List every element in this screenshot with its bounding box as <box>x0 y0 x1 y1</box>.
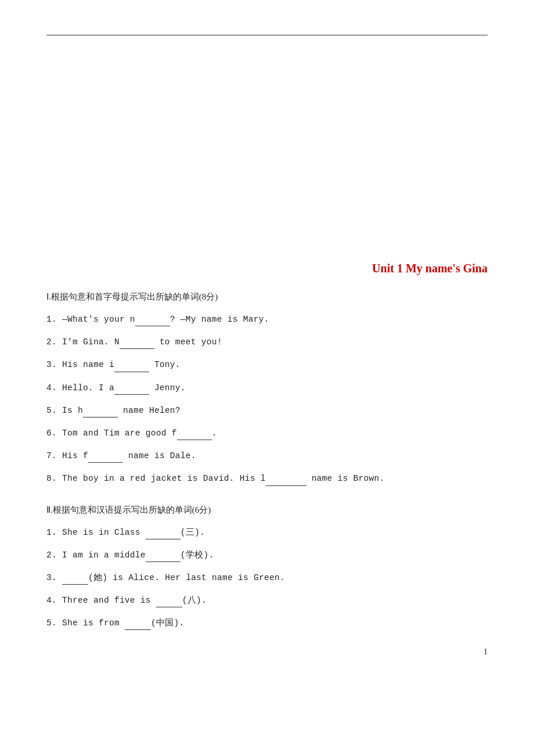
item-text-after: . <box>201 596 207 605</box>
item-hint: (她) <box>88 573 107 582</box>
item-text-before: 4. Three and five is <box>46 596 156 605</box>
item-text-after: Tony. <box>149 360 181 369</box>
section2-header: Ⅱ.根据句意和汉语提示写出所缺的单词(6分) <box>46 505 488 516</box>
item-text-after: . <box>179 618 184 628</box>
item-text-before: 5. Is h <box>46 406 83 415</box>
blank-2-1 <box>146 530 181 539</box>
blank-1-6 <box>177 431 212 440</box>
item-text-before: 1. —What's your n <box>46 315 135 324</box>
top-line <box>46 35 488 35</box>
blank-1-5 <box>83 408 118 417</box>
item-text-before: 3. <box>46 573 62 582</box>
blank-2-4 <box>156 598 182 607</box>
exercise-item-2-4: 4. Three and five is (八). <box>46 594 488 607</box>
item-text-before: 3. His name i <box>46 360 114 369</box>
exercise-item-1-5: 5. Is h name Helen? <box>46 404 488 417</box>
blank-2-5 <box>125 621 151 631</box>
item-text-before: 2. I am in a middle <box>46 550 146 560</box>
item-text-before: 4. Hello. I a <box>46 383 114 393</box>
blank-1-4 <box>114 386 149 395</box>
exercise-item-1-3: 3. His name i Tony. <box>46 358 488 372</box>
item-text-after: name Helen? <box>118 406 181 415</box>
item-text-after: . <box>200 528 205 537</box>
exercise-item-2-1: 1. She is in Class (三). <box>46 526 488 539</box>
blank-1-3 <box>114 363 149 372</box>
exercise-item-1-7: 7. His f name is Dale. <box>46 449 488 463</box>
exercise-item-1-1: 1. —What's your n? —My name is Mary. <box>46 313 488 326</box>
item-text-after: is Alice. Her last name is Green. <box>107 573 285 582</box>
blank-1-2 <box>120 340 154 349</box>
blank-2-3 <box>62 575 88 585</box>
blank-1-7 <box>88 453 123 463</box>
unit-title: Unit 1 My name's Gina <box>46 262 488 275</box>
item-hint: (学校) <box>181 550 209 560</box>
item-text-after: to meet you! <box>154 337 222 347</box>
item-text-after: . <box>208 550 214 560</box>
item-text-after: ? —My name is Mary. <box>170 315 269 324</box>
item-hint: (八) <box>182 596 201 605</box>
item-text-after: . <box>212 429 217 438</box>
exercise-item-1-6: 6. Tom and Tim are good f. <box>46 427 488 440</box>
exercise-item-2-2: 2. I am in a middle(学校). <box>46 549 488 562</box>
blank-1-1 <box>135 317 170 326</box>
item-text-before: 7. His f <box>46 451 88 460</box>
item-text-before: 1. She is in Class <box>46 528 146 537</box>
item-text-after: name is Dale. <box>123 451 196 460</box>
item-text-before: 2. I'm Gina. N <box>46 337 120 347</box>
item-hint: (三) <box>181 528 200 537</box>
item-text-after: Jenny. <box>149 383 186 393</box>
exercise-item-1-8: 8. The boy in a red jacket is David. His… <box>46 472 488 485</box>
exercise-item-1-2: 2. I'm Gina. N to meet you! <box>46 336 488 349</box>
top-label-area <box>46 53 488 146</box>
blank-2-2 <box>146 553 181 562</box>
item-text-after: name is Brown. <box>306 474 385 483</box>
item-text-before: 5. She is from <box>46 618 125 628</box>
item-text-before: 8. The boy in a red jacket is David. His… <box>46 474 266 483</box>
item-hint: (中国) <box>151 618 179 628</box>
exercise-item-1-4: 4. Hello. I a Jenny. <box>46 381 488 395</box>
page-number: 1 <box>484 647 488 657</box>
exercise-item-2-5: 5. She is from (中国). <box>46 617 488 630</box>
page-container: Unit 1 My name's Gina Ⅰ.根据句意和首字母提示写出所缺的单… <box>0 0 534 674</box>
item-text-before: 6. Tom and Tim are good f <box>46 429 177 438</box>
blank-1-8 <box>266 477 306 486</box>
exercise-item-2-3: 3. (她) is Alice. Her last name is Green. <box>46 571 488 585</box>
section1-header: Ⅰ.根据句意和首字母提示写出所缺的单词(8分) <box>46 291 488 303</box>
